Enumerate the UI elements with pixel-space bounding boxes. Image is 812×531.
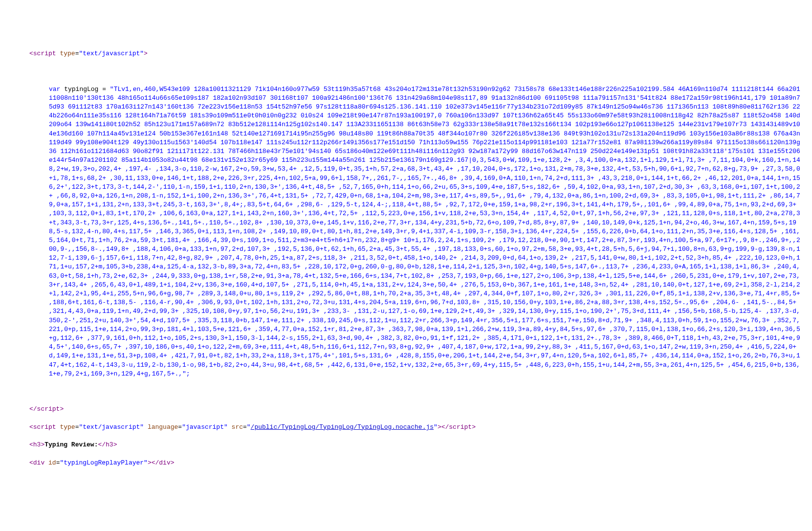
script-tag: script — [33, 423, 56, 431]
blank-line — [10, 67, 802, 76]
bracket: < — [29, 50, 33, 57]
src-link[interactable]: /public/TypingLog/TypingLog/TypingLog.no… — [251, 423, 434, 431]
bracket: </ — [152, 459, 159, 466]
h3-tag: h3 — [106, 441, 113, 448]
var-name: typingLog = — [60, 86, 110, 93]
src-attr: src — [232, 423, 243, 431]
script-open: <script type="text/javascript"> — [10, 49, 802, 58]
h3-tag: h3 — [33, 441, 41, 448]
bracket: > — [144, 50, 148, 57]
script-tag: script — [37, 405, 60, 413]
quote: " — [247, 423, 251, 431]
bracket: > — [60, 405, 64, 413]
script-close: </script> — [10, 405, 802, 414]
script-tag: script — [449, 423, 472, 431]
type-attr: type — [60, 50, 75, 57]
div-tag: div — [33, 459, 44, 466]
bracket: > — [472, 423, 476, 431]
attr-val: "javascript" — [182, 423, 228, 431]
bracket: </ — [29, 405, 37, 413]
bracket: < — [29, 423, 33, 431]
id-attr: id — [48, 459, 56, 466]
bracket: > — [438, 423, 441, 431]
bracket: < — [29, 459, 33, 466]
div-line: <div id="typingLogReplayPlayer"></div> — [10, 459, 802, 467]
script-tag: script — [33, 50, 56, 57]
bracket: </ — [98, 441, 106, 448]
type-attr: type — [60, 423, 75, 431]
lang-attr: language — [148, 423, 178, 431]
bracket: > — [113, 441, 117, 448]
div-tag: div — [159, 459, 170, 466]
h3-line: <h3>Typing Review:</h3> — [10, 441, 802, 449]
bracket: </ — [441, 423, 449, 431]
blank-line — [10, 387, 802, 396]
attr-val: "text/javascript" — [79, 50, 144, 57]
attr-val: "typingLogReplayPlayer" — [60, 459, 147, 466]
bracket: < — [29, 441, 33, 448]
code-viewer: <script type="text/javascript"> var typi… — [10, 41, 802, 476]
quote: " — [434, 423, 438, 431]
attr-val: "text/javascript" — [79, 423, 144, 431]
h3-text: Typing Review: — [44, 441, 98, 448]
bracket: > — [148, 459, 152, 466]
typing-log-line: var typingLog = "TLv1,en,460,W543e109 12… — [10, 85, 802, 378]
bracket: > — [171, 459, 175, 466]
var-keyword: var — [49, 86, 60, 93]
script-external: <script type="text/javascript" language=… — [10, 423, 802, 432]
typing-log-string: "TLv1,en,460,W543e109 128a10011321129 71… — [49, 86, 804, 377]
